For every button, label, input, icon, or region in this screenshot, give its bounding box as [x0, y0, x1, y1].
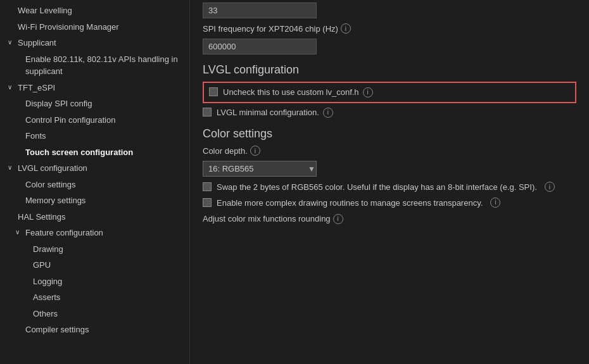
color-section-title: Color settings	[203, 127, 576, 141]
transparency-row: Enable more complex drawing routines to …	[203, 198, 576, 209]
rounding-info-icon[interactable]: i	[333, 214, 343, 224]
spi-frequency-input[interactable]	[203, 3, 317, 18]
sidebar-item-fonts[interactable]: Fonts	[0, 128, 189, 144]
sidebar-item-label-feature-config: Feature configuration	[25, 227, 103, 239]
chevron-icon-supplicant: ∨	[8, 37, 16, 48]
sidebar-item-label-hal-settings: HAL Settings	[18, 211, 65, 223]
sidebar-item-label-lvgl-config: LVGL configuration	[18, 162, 87, 175]
color-depth-label: Color depth.	[203, 146, 248, 156]
transparency-checkbox[interactable]	[203, 198, 212, 207]
sidebar-item-label-gpu: GPU	[33, 259, 51, 272]
sidebar-item-logging[interactable]: Logging	[0, 273, 189, 290]
sidebar-item-wear-levelling[interactable]: Wear Levelling	[0, 3, 189, 19]
swap-bytes-checkbox[interactable]	[203, 182, 212, 191]
sidebar-item-enable-80211[interactable]: Enable 802.11k, 802.11v APIs handling in…	[0, 51, 189, 80]
sidebar-item-label-asserts: Asserts	[33, 291, 60, 304]
sidebar-item-lvgl-config[interactable]: ∨ LVGL configuration	[0, 160, 189, 177]
sidebar-item-control-pin[interactable]: Control Pin configuration	[0, 112, 189, 129]
sidebar-item-label-color-settings: Color settings	[25, 179, 75, 191]
transparency-info-icon[interactable]: i	[490, 198, 500, 208]
sidebar-item-supplicant[interactable]: ∨ Supplicant	[0, 35, 189, 51]
sidebar-item-label-supplicant: Supplicant	[18, 37, 56, 49]
swap-bytes-row: Swap the 2 bytes of RGB565 color. Useful…	[203, 182, 576, 193]
sidebar-item-label-control-pin: Control Pin configuration	[25, 114, 115, 127]
sidebar[interactable]: Wear LevellingWi-Fi Provisioning Manager…	[0, 0, 190, 364]
main-content: SPI frequency for XPT2046 chip (Hz) i LV…	[190, 0, 589, 364]
sidebar-item-feature-config[interactable]: ∨ Feature configuration	[0, 225, 189, 241]
sidebar-item-label-tft-espi: TFT_eSPI	[18, 82, 55, 94]
spi-frequency-label-row: SPI frequency for XPT2046 chip (Hz) i	[203, 23, 576, 34]
rounding-label-row: Adjust color mix functions rounding i	[203, 214, 576, 224]
chevron-icon-feature-config: ∨	[15, 227, 24, 238]
sidebar-item-label-wifi-provisioning: Wi-Fi Provisioning Manager	[18, 21, 119, 34]
lvgl-minimal-config-row: LVGL minimal configuration. i	[203, 107, 576, 118]
sidebar-item-label-display-spi: Display SPI config	[25, 97, 92, 110]
sidebar-item-compiler-settings[interactable]: Compiler settings	[0, 322, 189, 338]
spi-frequency-info-icon[interactable]: i	[341, 23, 351, 34]
transparency-label: Enable more complex drawing routines to …	[217, 198, 483, 209]
swap-bytes-info-icon[interactable]: i	[545, 182, 555, 192]
frequency-value-input[interactable]	[203, 39, 317, 54]
lvgl-minimal-config-checkbox[interactable]	[203, 108, 212, 116]
color-depth-dropdown-wrap: 16: RGB565 24: RGB888 32: ARGB8888 ▼	[203, 161, 576, 177]
sidebar-item-label-logging: Logging	[33, 275, 62, 288]
lvgl-section-title: LVGL configuration	[203, 63, 576, 77]
sidebar-item-touch-screen[interactable]: Touch screen configuration	[0, 144, 189, 161]
sidebar-item-label-memory-settings: Memory settings	[25, 194, 86, 207]
rounding-label: Adjust color mix functions rounding	[203, 214, 331, 223]
sidebar-item-others[interactable]: Others	[0, 306, 189, 322]
sidebar-item-label-enable-80211: Enable 802.11k, 802.11v APIs handling in…	[25, 53, 184, 78]
lvgl-minimal-config-info-icon[interactable]: i	[323, 108, 333, 118]
sidebar-item-tft-espi[interactable]: ∨ TFT_eSPI	[0, 80, 189, 96]
sidebar-item-label-touch-screen: Touch screen configuration	[25, 146, 133, 159]
color-depth-label-row: Color depth. i	[203, 146, 576, 156]
sidebar-item-memory-settings[interactable]: Memory settings	[0, 192, 189, 209]
lvgl-custom-conf-label: Uncheck this to use custom lv_conf.h i	[223, 87, 373, 98]
sidebar-item-label-drawing: Drawing	[33, 243, 63, 256]
chevron-icon-lvgl-config: ∨	[8, 162, 16, 173]
sidebar-item-label-fonts: Fonts	[25, 130, 46, 142]
sidebar-item-label-wear-levelling: Wear Levelling	[18, 4, 72, 17]
chevron-icon-tft-espi: ∨	[8, 82, 16, 93]
sidebar-item-display-spi[interactable]: Display SPI config	[0, 96, 189, 112]
sidebar-item-wifi-provisioning[interactable]: Wi-Fi Provisioning Manager	[0, 19, 189, 35]
lvgl-custom-conf-checkbox[interactable]	[209, 87, 218, 96]
swap-bytes-label: Swap the 2 bytes of RGB565 color. Useful…	[217, 182, 537, 193]
sidebar-item-label-others: Others	[33, 308, 58, 320]
sidebar-item-gpu[interactable]: GPU	[0, 257, 189, 273]
sidebar-item-hal-settings[interactable]: HAL Settings	[0, 209, 189, 225]
color-depth-info-icon[interactable]: i	[250, 146, 260, 156]
sidebar-item-asserts[interactable]: Asserts	[0, 289, 189, 306]
sidebar-item-label-compiler-settings: Compiler settings	[25, 323, 89, 336]
lvgl-custom-conf-info-icon[interactable]: i	[363, 87, 373, 97]
lvgl-minimal-config-label: LVGL minimal configuration. i	[217, 107, 333, 118]
color-depth-dropdown[interactable]: 16: RGB565 24: RGB888 32: ARGB8888	[203, 161, 317, 177]
sidebar-item-color-settings[interactable]: Color settings	[0, 177, 189, 193]
lvgl-custom-conf-row: Uncheck this to use custom lv_conf.h i	[203, 82, 576, 103]
spi-frequency-label: SPI frequency for XPT2046 chip (Hz)	[203, 24, 338, 34]
sidebar-item-drawing[interactable]: Drawing	[0, 241, 189, 258]
